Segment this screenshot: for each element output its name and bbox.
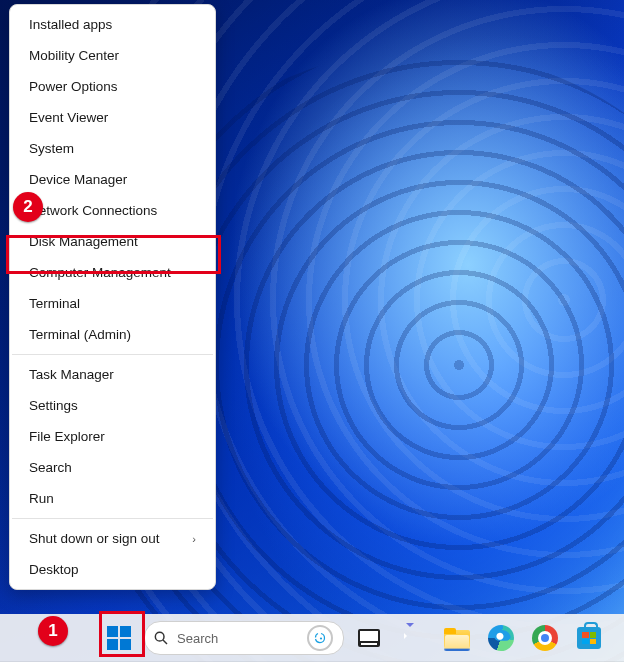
menu-item-terminal-admin[interactable]: Terminal (Admin)	[14, 319, 211, 350]
taskbar: Search	[0, 614, 624, 662]
annotation-marker-1: 1	[38, 616, 68, 646]
menu-item-event-viewer[interactable]: Event Viewer	[14, 102, 211, 133]
task-view-button[interactable]	[350, 619, 388, 657]
menu-item-label: Disk Management	[29, 234, 138, 249]
microsoft-store-button[interactable]	[570, 619, 608, 657]
menu-item-label: Computer Management	[29, 265, 171, 280]
chrome-icon	[532, 625, 558, 651]
file-explorer-button[interactable]	[438, 619, 476, 657]
menu-item-label: Terminal (Admin)	[29, 327, 131, 342]
windows-start-icon	[107, 626, 131, 650]
menu-item-desktop[interactable]: Desktop	[14, 554, 211, 585]
menu-separator	[12, 518, 213, 519]
menu-item-run[interactable]: Run	[14, 483, 211, 514]
chat-icon	[401, 627, 425, 649]
menu-item-disk-management[interactable]: Disk Management	[14, 226, 211, 257]
menu-item-network-connections[interactable]: Network Connections	[14, 195, 211, 226]
menu-item-terminal[interactable]: Terminal	[14, 288, 211, 319]
winx-power-user-menu: Installed appsMobility CenterPower Optio…	[9, 4, 216, 590]
menu-item-label: Settings	[29, 398, 78, 413]
copilot-icon[interactable]	[307, 625, 333, 651]
menu-item-label: Shut down or sign out	[29, 531, 160, 546]
menu-item-label: System	[29, 141, 74, 156]
menu-separator	[12, 354, 213, 355]
search-icon	[153, 630, 169, 646]
menu-item-label: Installed apps	[29, 17, 112, 32]
taskbar-search-box[interactable]: Search	[144, 621, 344, 655]
annotation-marker-2: 2	[13, 192, 43, 222]
menu-item-label: File Explorer	[29, 429, 105, 444]
search-placeholder: Search	[177, 631, 218, 646]
menu-item-task-manager[interactable]: Task Manager	[14, 359, 211, 390]
task-view-icon	[358, 629, 380, 647]
start-button[interactable]	[100, 619, 138, 657]
menu-item-label: Power Options	[29, 79, 118, 94]
chevron-right-icon: ›	[192, 533, 196, 545]
menu-item-device-manager[interactable]: Device Manager	[14, 164, 211, 195]
menu-item-file-explorer[interactable]: File Explorer	[14, 421, 211, 452]
edge-button[interactable]	[482, 619, 520, 657]
menu-item-label: Mobility Center	[29, 48, 119, 63]
svg-point-2	[320, 637, 322, 639]
chrome-button[interactable]	[526, 619, 564, 657]
menu-item-label: Device Manager	[29, 172, 127, 187]
menu-item-search[interactable]: Search	[14, 452, 211, 483]
menu-item-mobility-center[interactable]: Mobility Center	[14, 40, 211, 71]
menu-item-computer-management[interactable]: Computer Management	[14, 257, 211, 288]
menu-item-shut-down[interactable]: Shut down or sign out›	[14, 523, 211, 554]
menu-item-system[interactable]: System	[14, 133, 211, 164]
folder-icon	[444, 628, 470, 648]
menu-item-settings[interactable]: Settings	[14, 390, 211, 421]
chat-button[interactable]	[394, 619, 432, 657]
svg-point-0	[155, 632, 164, 641]
menu-item-label: Search	[29, 460, 72, 475]
store-icon	[577, 627, 601, 649]
menu-item-label: Network Connections	[29, 203, 157, 218]
edge-icon	[488, 625, 514, 651]
svg-line-1	[163, 640, 167, 644]
menu-item-label: Terminal	[29, 296, 80, 311]
menu-item-label: Task Manager	[29, 367, 114, 382]
menu-item-label: Desktop	[29, 562, 79, 577]
menu-item-installed-apps[interactable]: Installed apps	[14, 9, 211, 40]
menu-item-label: Event Viewer	[29, 110, 108, 125]
menu-item-label: Run	[29, 491, 54, 506]
menu-item-power-options[interactable]: Power Options	[14, 71, 211, 102]
